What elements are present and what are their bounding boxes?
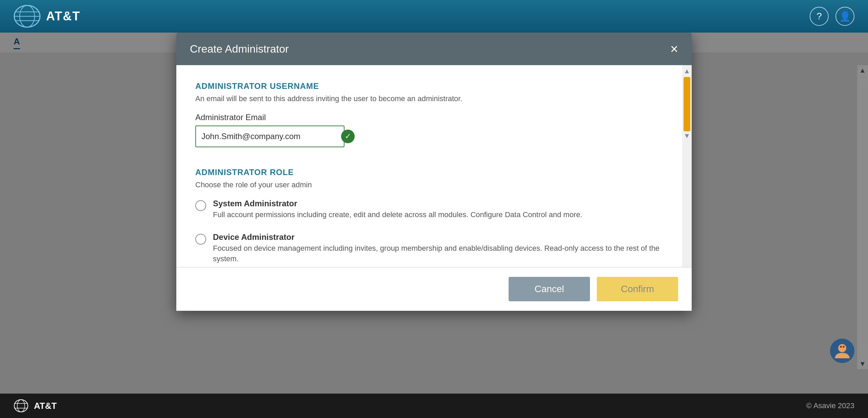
att-globe-icon: [14, 4, 41, 28]
top-navigation: AT&T ? 👤: [0, 0, 868, 33]
role-system-admin-title: System Administrator: [213, 199, 663, 208]
role-section-heading: ADMINISTRATOR ROLE: [195, 168, 663, 177]
confirm-button[interactable]: Confirm: [597, 277, 678, 301]
role-device-admin-desc: Focused on device management including i…: [213, 243, 663, 264]
modal-close-button[interactable]: ×: [670, 42, 678, 56]
svg-point-7: [843, 346, 845, 348]
role-section-desc: Choose the role of your user admin: [195, 180, 663, 189]
modal-scrollbar: ▲ ▼: [682, 65, 692, 267]
modal-overlay: Create Administrator × ADMINISTRATOR USE…: [0, 33, 868, 394]
bottom-att-globe-icon: [14, 399, 28, 413]
role-option-device: Device Administrator Focused on device m…: [195, 232, 663, 264]
user-menu-button[interactable]: 👤: [835, 7, 854, 26]
bottom-logo: AT&T: [14, 399, 57, 413]
floating-user-avatar[interactable]: [830, 339, 854, 363]
modal-scrollbar-thumb[interactable]: [684, 77, 690, 131]
svg-point-6: [840, 346, 842, 348]
bottom-bar: AT&T © Asavie 2023: [0, 394, 868, 418]
username-section: ADMINISTRATOR USERNAME An email will be …: [195, 81, 663, 161]
radio-system-admin[interactable]: [195, 200, 206, 211]
copyright-text: © Asavie 2023: [806, 401, 854, 410]
administrator-email-input[interactable]: [195, 126, 344, 147]
modal-body: ADMINISTRATOR USERNAME An email will be …: [176, 65, 682, 267]
svg-point-5: [838, 344, 846, 352]
att-brand-text: AT&T: [46, 9, 80, 23]
logo-area: AT&T: [14, 4, 80, 28]
role-system-admin-desc: Full account permissions including creat…: [213, 210, 663, 220]
modal-body-wrapper: ADMINISTRATOR USERNAME An email will be …: [176, 65, 692, 267]
svg-point-9: [17, 400, 25, 412]
email-field-label: Administrator Email: [195, 113, 663, 122]
role-section: ADMINISTRATOR ROLE Choose the role of yo…: [195, 168, 663, 267]
username-section-heading: ADMINISTRATOR USERNAME: [195, 81, 663, 91]
modal-scroll-down[interactable]: ▼: [684, 131, 690, 140]
modal-title: Create Administrator: [190, 43, 289, 55]
bottom-att-text: AT&T: [34, 401, 57, 411]
email-input-wrapper: ✓: [195, 126, 344, 147]
help-button[interactable]: ?: [810, 7, 829, 26]
nav-actions: ? 👤: [810, 7, 854, 26]
username-section-desc: An email will be sent to this address in…: [195, 94, 663, 103]
content-area: A ▲ ▼ Create Administrator × ADMINISTRAT…: [0, 33, 868, 394]
role-device-admin-title: Device Administrator: [213, 232, 663, 242]
modal-header: Create Administrator ×: [176, 33, 692, 65]
modal-footer: Cancel Confirm: [176, 267, 692, 311]
cancel-button[interactable]: Cancel: [509, 277, 590, 301]
role-option-system: System Administrator Full account permis…: [195, 199, 663, 220]
create-administrator-modal: Create Administrator × ADMINISTRATOR USE…: [176, 33, 692, 311]
svg-point-8: [14, 400, 28, 412]
avatar-icon: [832, 341, 852, 361]
radio-device-admin[interactable]: [195, 234, 206, 245]
modal-scroll-up[interactable]: ▲: [684, 66, 690, 76]
email-valid-icon: ✓: [341, 130, 355, 143]
